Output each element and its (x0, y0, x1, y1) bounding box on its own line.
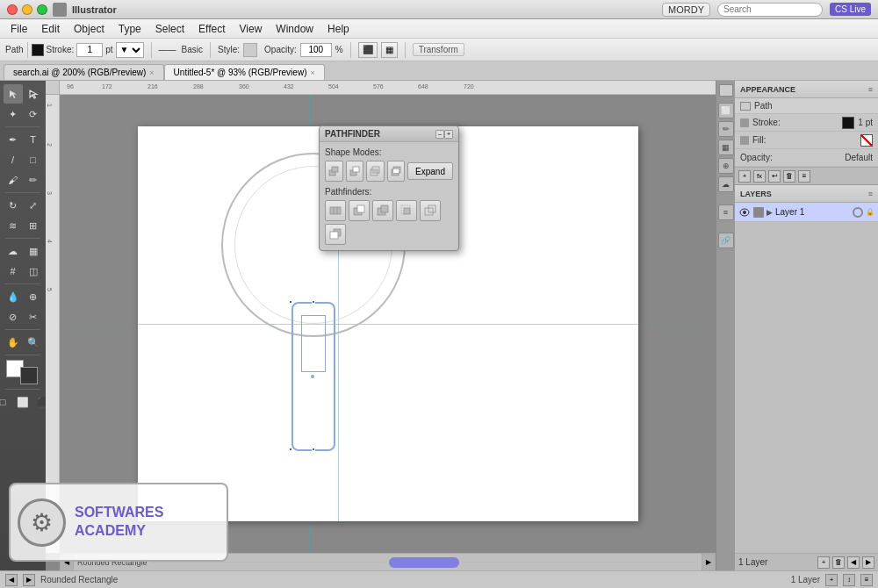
dialog-expand-button[interactable]: + (444, 130, 453, 139)
panel-icon-layers[interactable]: ≡ (718, 204, 734, 220)
align-right-button[interactable]: ▦ (381, 42, 398, 58)
rect-tool[interactable]: □ (24, 150, 43, 169)
appearance-clear-button[interactable]: ↩ (768, 170, 781, 183)
rotate-tool[interactable]: ↻ (4, 196, 23, 215)
menu-window[interactable]: Window (269, 21, 320, 37)
eyedropper-tool[interactable]: 💧 (4, 287, 23, 306)
layers-page-up[interactable]: ◀ (847, 556, 860, 569)
appearance-del-button[interactable]: 🗑 (783, 170, 795, 183)
new-layer-button[interactable]: + (825, 574, 838, 586)
appearance-menu-button[interactable]: ≡ (868, 85, 873, 94)
minimize-button[interactable] (22, 4, 32, 15)
scissors-tool[interactable]: ✂ (24, 307, 43, 326)
stroke-width-input[interactable] (76, 43, 103, 57)
hand-tool[interactable]: ✋ (4, 333, 23, 352)
direct-selection-tool[interactable] (24, 84, 43, 104)
line-tool[interactable]: / (4, 150, 23, 169)
panel-icon-1[interactable]: ⬜ (718, 103, 734, 118)
menu-help[interactable]: Help (320, 21, 356, 37)
fill-visibility-icon[interactable] (740, 136, 749, 145)
tab-untitled[interactable]: Untitled-5* @ 93% (RGB/Preview) × (164, 64, 325, 80)
opacity-input[interactable] (300, 43, 332, 57)
maximize-button[interactable] (37, 4, 47, 15)
stroke-color-swatch[interactable] (32, 44, 44, 56)
divide-button[interactable] (325, 200, 346, 221)
layers-page-down[interactable]: ▶ (862, 556, 874, 569)
layer-arrow[interactable]: ▶ (766, 208, 773, 217)
scroll-right-button[interactable]: ▶ (702, 554, 716, 571)
cs-live-button[interactable]: CS Live (830, 3, 871, 16)
mesh-tool[interactable]: # (4, 262, 23, 281)
menu-view[interactable]: View (233, 21, 270, 37)
layers-add-button[interactable]: + (817, 556, 830, 569)
layer-visibility-icon[interactable] (738, 206, 751, 219)
appearance-add-button[interactable]: + (738, 170, 751, 183)
lasso-tool[interactable]: ⟳ (24, 104, 43, 124)
menu-select[interactable]: Select (148, 21, 191, 37)
intersect-button[interactable] (366, 161, 385, 182)
crop-button[interactable] (396, 200, 417, 221)
layer-lock-icon[interactable]: 🔒 (866, 208, 874, 217)
unite-button[interactable] (325, 161, 343, 182)
style-swatch[interactable] (243, 43, 257, 57)
magic-wand-tool[interactable]: ✦ (4, 104, 23, 124)
zoom-tool[interactable]: 🔍 (24, 333, 43, 352)
outline-button[interactable] (420, 200, 441, 221)
slice-tool[interactable]: ⊘ (4, 307, 23, 326)
scroll-thumb[interactable] (389, 557, 459, 568)
background-color[interactable] (20, 367, 38, 384)
fullscreen-mode[interactable]: ⬜ (13, 392, 32, 412)
panel-icon-4[interactable]: ⊕ (718, 158, 734, 174)
menu-object[interactable]: Object (67, 21, 112, 37)
blend-tool[interactable]: ⊕ (24, 287, 43, 306)
type-tool[interactable]: T (24, 130, 43, 149)
menu-file[interactable]: File (4, 21, 34, 37)
layer-row-1[interactable]: ▶ Layer 1 🔒 (735, 203, 878, 222)
column-graph-tool[interactable]: ▦ (24, 241, 43, 261)
panel-icon-3[interactable]: ▦ (718, 140, 734, 155)
menu-type[interactable]: Type (112, 21, 148, 37)
trim-button[interactable] (349, 200, 370, 221)
layers-menu-button[interactable]: ≡ (868, 190, 873, 198)
gradient-tool[interactable]: ◫ (24, 262, 43, 281)
menu-effect[interactable]: Effect (191, 21, 232, 37)
arrange-button[interactable]: ↕ (843, 574, 855, 586)
exclude-button[interactable] (387, 161, 406, 182)
nav-prev-button[interactable]: ◀ (5, 574, 18, 586)
minus-back-button[interactable] (325, 224, 346, 245)
layer-target[interactable] (853, 207, 863, 218)
user-button[interactable]: MORDY (662, 3, 710, 17)
tab-close-untitled[interactable]: × (310, 68, 314, 77)
normal-mode[interactable]: □ (0, 392, 12, 412)
pen-tool[interactable]: ✒ (4, 130, 23, 149)
merge-button[interactable] (372, 200, 393, 221)
layers-del-button[interactable]: 🗑 (832, 556, 845, 569)
symbol-sprayer-tool[interactable]: ☁ (4, 241, 23, 261)
expand-button[interactable]: Expand (407, 162, 453, 180)
options-button[interactable]: ≡ (860, 574, 873, 586)
appearance-list-button[interactable]: ≡ (798, 170, 810, 183)
warp-tool[interactable]: ≋ (4, 216, 23, 235)
minus-front-button[interactable] (346, 161, 364, 182)
panel-icon-link[interactable]: 🔗 (718, 233, 734, 248)
panel-toggle-icon[interactable] (719, 84, 733, 97)
menu-edit[interactable]: Edit (34, 21, 67, 37)
panel-icon-5[interactable]: ☁ (718, 176, 734, 192)
appearance-stroke-swatch[interactable] (842, 117, 854, 129)
paintbrush-tool[interactable]: 🖌 (4, 170, 23, 190)
transform-button[interactable]: Transform (413, 43, 464, 56)
close-button[interactable] (7, 4, 18, 15)
dialog-close-button[interactable]: – (435, 130, 444, 139)
stroke-dropdown[interactable]: ▼ (116, 42, 144, 58)
appearance-fx-button[interactable]: fx (753, 170, 766, 183)
panel-icon-2[interactable]: ✏ (718, 121, 734, 137)
free-transform-tool[interactable]: ⊞ (24, 216, 43, 235)
tab-search[interactable]: search.ai @ 200% (RGB/Preview) × (4, 64, 164, 80)
pencil-tool[interactable]: ✏ (24, 170, 43, 190)
appearance-fill-swatch[interactable] (860, 134, 873, 147)
selection-tool[interactable] (4, 84, 23, 104)
search-input[interactable] (717, 3, 823, 17)
scale-tool[interactable]: ⤢ (24, 196, 43, 215)
tab-close-search[interactable]: × (149, 68, 154, 77)
stroke-visibility-icon[interactable] (740, 118, 749, 127)
